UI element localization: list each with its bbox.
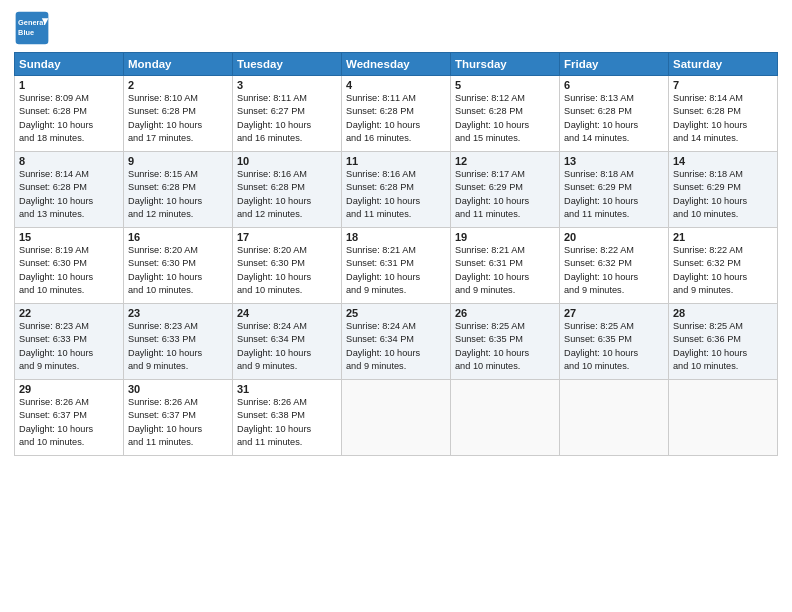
calendar-week-row: 15 Sunrise: 8:19 AM Sunset: 6:30 PM Dayl… bbox=[15, 228, 778, 304]
day-number: 31 bbox=[237, 383, 337, 395]
calendar-cell: 19 Sunrise: 8:21 AM Sunset: 6:31 PM Dayl… bbox=[451, 228, 560, 304]
header: General Blue bbox=[14, 10, 778, 46]
day-number: 16 bbox=[128, 231, 228, 243]
day-number: 11 bbox=[346, 155, 446, 167]
calendar-cell: 25 Sunrise: 8:24 AM Sunset: 6:34 PM Dayl… bbox=[342, 304, 451, 380]
calendar-cell: 16 Sunrise: 8:20 AM Sunset: 6:30 PM Dayl… bbox=[124, 228, 233, 304]
day-info: Sunrise: 8:24 AM Sunset: 6:34 PM Dayligh… bbox=[237, 321, 311, 371]
calendar-cell: 31 Sunrise: 8:26 AM Sunset: 6:38 PM Dayl… bbox=[233, 380, 342, 456]
logo-icon: General Blue bbox=[14, 10, 50, 46]
day-number: 1 bbox=[19, 79, 119, 91]
day-number: 30 bbox=[128, 383, 228, 395]
day-info: Sunrise: 8:12 AM Sunset: 6:28 PM Dayligh… bbox=[455, 93, 529, 143]
day-info: Sunrise: 8:13 AM Sunset: 6:28 PM Dayligh… bbox=[564, 93, 638, 143]
day-number: 17 bbox=[237, 231, 337, 243]
day-info: Sunrise: 8:20 AM Sunset: 6:30 PM Dayligh… bbox=[237, 245, 311, 295]
calendar-cell: 1 Sunrise: 8:09 AM Sunset: 6:28 PM Dayli… bbox=[15, 76, 124, 152]
day-info: Sunrise: 8:23 AM Sunset: 6:33 PM Dayligh… bbox=[128, 321, 202, 371]
day-info: Sunrise: 8:23 AM Sunset: 6:33 PM Dayligh… bbox=[19, 321, 93, 371]
day-number: 18 bbox=[346, 231, 446, 243]
day-info: Sunrise: 8:26 AM Sunset: 6:37 PM Dayligh… bbox=[19, 397, 93, 447]
calendar-cell: 28 Sunrise: 8:25 AM Sunset: 6:36 PM Dayl… bbox=[669, 304, 778, 380]
day-number: 9 bbox=[128, 155, 228, 167]
calendar-cell: 10 Sunrise: 8:16 AM Sunset: 6:28 PM Dayl… bbox=[233, 152, 342, 228]
calendar-week-row: 8 Sunrise: 8:14 AM Sunset: 6:28 PM Dayli… bbox=[15, 152, 778, 228]
day-number: 20 bbox=[564, 231, 664, 243]
calendar-weekday-header: Wednesday bbox=[342, 53, 451, 76]
day-number: 13 bbox=[564, 155, 664, 167]
calendar-cell: 11 Sunrise: 8:16 AM Sunset: 6:28 PM Dayl… bbox=[342, 152, 451, 228]
calendar-cell: 20 Sunrise: 8:22 AM Sunset: 6:32 PM Dayl… bbox=[560, 228, 669, 304]
day-number: 8 bbox=[19, 155, 119, 167]
day-info: Sunrise: 8:24 AM Sunset: 6:34 PM Dayligh… bbox=[346, 321, 420, 371]
calendar-cell: 18 Sunrise: 8:21 AM Sunset: 6:31 PM Dayl… bbox=[342, 228, 451, 304]
day-info: Sunrise: 8:10 AM Sunset: 6:28 PM Dayligh… bbox=[128, 93, 202, 143]
day-number: 2 bbox=[128, 79, 228, 91]
day-number: 26 bbox=[455, 307, 555, 319]
calendar-header-row: SundayMondayTuesdayWednesdayThursdayFrid… bbox=[15, 53, 778, 76]
day-info: Sunrise: 8:22 AM Sunset: 6:32 PM Dayligh… bbox=[673, 245, 747, 295]
day-number: 10 bbox=[237, 155, 337, 167]
calendar-cell: 27 Sunrise: 8:25 AM Sunset: 6:35 PM Dayl… bbox=[560, 304, 669, 380]
calendar-weekday-header: Thursday bbox=[451, 53, 560, 76]
page: General Blue SundayMondayTuesdayWednesda… bbox=[0, 0, 792, 612]
calendar-cell: 3 Sunrise: 8:11 AM Sunset: 6:27 PM Dayli… bbox=[233, 76, 342, 152]
day-number: 29 bbox=[19, 383, 119, 395]
calendar-cell: 30 Sunrise: 8:26 AM Sunset: 6:37 PM Dayl… bbox=[124, 380, 233, 456]
svg-text:General: General bbox=[18, 18, 45, 27]
calendar-cell: 13 Sunrise: 8:18 AM Sunset: 6:29 PM Dayl… bbox=[560, 152, 669, 228]
day-number: 6 bbox=[564, 79, 664, 91]
day-info: Sunrise: 8:14 AM Sunset: 6:28 PM Dayligh… bbox=[19, 169, 93, 219]
day-info: Sunrise: 8:09 AM Sunset: 6:28 PM Dayligh… bbox=[19, 93, 93, 143]
day-number: 7 bbox=[673, 79, 773, 91]
calendar-cell: 14 Sunrise: 8:18 AM Sunset: 6:29 PM Dayl… bbox=[669, 152, 778, 228]
day-info: Sunrise: 8:11 AM Sunset: 6:27 PM Dayligh… bbox=[237, 93, 311, 143]
calendar-cell: 2 Sunrise: 8:10 AM Sunset: 6:28 PM Dayli… bbox=[124, 76, 233, 152]
calendar-week-row: 22 Sunrise: 8:23 AM Sunset: 6:33 PM Dayl… bbox=[15, 304, 778, 380]
day-info: Sunrise: 8:18 AM Sunset: 6:29 PM Dayligh… bbox=[673, 169, 747, 219]
day-info: Sunrise: 8:21 AM Sunset: 6:31 PM Dayligh… bbox=[455, 245, 529, 295]
calendar-cell: 6 Sunrise: 8:13 AM Sunset: 6:28 PM Dayli… bbox=[560, 76, 669, 152]
day-info: Sunrise: 8:14 AM Sunset: 6:28 PM Dayligh… bbox=[673, 93, 747, 143]
day-number: 15 bbox=[19, 231, 119, 243]
calendar-cell: 17 Sunrise: 8:20 AM Sunset: 6:30 PM Dayl… bbox=[233, 228, 342, 304]
calendar-weekday-header: Monday bbox=[124, 53, 233, 76]
day-number: 4 bbox=[346, 79, 446, 91]
calendar-cell: 9 Sunrise: 8:15 AM Sunset: 6:28 PM Dayli… bbox=[124, 152, 233, 228]
calendar-cell: 7 Sunrise: 8:14 AM Sunset: 6:28 PM Dayli… bbox=[669, 76, 778, 152]
calendar-body: 1 Sunrise: 8:09 AM Sunset: 6:28 PM Dayli… bbox=[15, 76, 778, 456]
calendar-week-row: 1 Sunrise: 8:09 AM Sunset: 6:28 PM Dayli… bbox=[15, 76, 778, 152]
calendar-cell bbox=[560, 380, 669, 456]
day-number: 22 bbox=[19, 307, 119, 319]
day-number: 24 bbox=[237, 307, 337, 319]
day-info: Sunrise: 8:16 AM Sunset: 6:28 PM Dayligh… bbox=[346, 169, 420, 219]
calendar-weekday-header: Sunday bbox=[15, 53, 124, 76]
calendar-weekday-header: Friday bbox=[560, 53, 669, 76]
calendar-cell: 15 Sunrise: 8:19 AM Sunset: 6:30 PM Dayl… bbox=[15, 228, 124, 304]
calendar-cell: 5 Sunrise: 8:12 AM Sunset: 6:28 PM Dayli… bbox=[451, 76, 560, 152]
calendar-cell: 21 Sunrise: 8:22 AM Sunset: 6:32 PM Dayl… bbox=[669, 228, 778, 304]
day-info: Sunrise: 8:25 AM Sunset: 6:36 PM Dayligh… bbox=[673, 321, 747, 371]
calendar-cell: 8 Sunrise: 8:14 AM Sunset: 6:28 PM Dayli… bbox=[15, 152, 124, 228]
day-info: Sunrise: 8:17 AM Sunset: 6:29 PM Dayligh… bbox=[455, 169, 529, 219]
day-number: 23 bbox=[128, 307, 228, 319]
day-number: 19 bbox=[455, 231, 555, 243]
day-number: 5 bbox=[455, 79, 555, 91]
day-info: Sunrise: 8:22 AM Sunset: 6:32 PM Dayligh… bbox=[564, 245, 638, 295]
logo: General Blue bbox=[14, 10, 54, 46]
day-info: Sunrise: 8:18 AM Sunset: 6:29 PM Dayligh… bbox=[564, 169, 638, 219]
day-info: Sunrise: 8:11 AM Sunset: 6:28 PM Dayligh… bbox=[346, 93, 420, 143]
calendar-cell: 24 Sunrise: 8:24 AM Sunset: 6:34 PM Dayl… bbox=[233, 304, 342, 380]
calendar-cell: 12 Sunrise: 8:17 AM Sunset: 6:29 PM Dayl… bbox=[451, 152, 560, 228]
day-info: Sunrise: 8:16 AM Sunset: 6:28 PM Dayligh… bbox=[237, 169, 311, 219]
day-number: 25 bbox=[346, 307, 446, 319]
calendar-weekday-header: Saturday bbox=[669, 53, 778, 76]
calendar-cell: 4 Sunrise: 8:11 AM Sunset: 6:28 PM Dayli… bbox=[342, 76, 451, 152]
calendar-cell: 26 Sunrise: 8:25 AM Sunset: 6:35 PM Dayl… bbox=[451, 304, 560, 380]
day-number: 28 bbox=[673, 307, 773, 319]
day-number: 12 bbox=[455, 155, 555, 167]
calendar-table: SundayMondayTuesdayWednesdayThursdayFrid… bbox=[14, 52, 778, 456]
day-info: Sunrise: 8:21 AM Sunset: 6:31 PM Dayligh… bbox=[346, 245, 420, 295]
calendar-cell bbox=[451, 380, 560, 456]
day-info: Sunrise: 8:19 AM Sunset: 6:30 PM Dayligh… bbox=[19, 245, 93, 295]
